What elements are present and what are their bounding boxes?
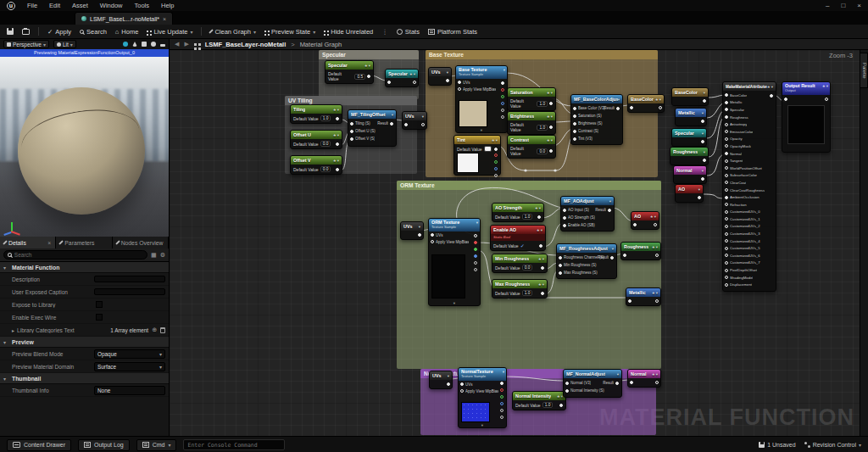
pin-normal[interactable]: Normal [723,150,776,158]
pin-enable-ao-sb-[interactable]: Enable AO (SB) [561,221,614,229]
pin-dot[interactable] [501,95,504,98]
node-mf-basecoloradjust[interactable]: MF_BaseColorAdjust▾ Result Base Color (V… [570,94,623,145]
star-icon[interactable]: ★ [535,206,538,210]
pin-min-roughness-s-[interactable]: Min Roughness (S) [557,261,616,269]
thumbnail-info-dropdown[interactable]: None [94,386,165,395]
preview-material-domain-dropdown[interactable]: Surface▾ [94,362,165,371]
node-reroute-usage-roughness[interactable]: Roughness▾ [670,147,709,165]
pin-customizeduvs-2[interactable]: CustomizedUVs_2 [723,223,776,231]
output-pin[interactable] [418,233,421,237]
chevron-down-icon[interactable]: ▾ [541,228,542,232]
pin-dot[interactable] [725,239,728,243]
pin-dot[interactable] [573,137,576,141]
unsaved-indicator[interactable]: 1 Unsaved [759,442,795,448]
chevron-down-icon[interactable]: ▾ [542,282,544,287]
chevron-down-icon[interactable]: ▾ [337,133,339,137]
pin-r[interactable] [491,152,499,159]
pin-clearcoat[interactable]: ClearCoat [723,179,776,187]
pin-dot[interactable] [563,209,566,212]
chevron-down-icon[interactable]: ▾ [503,370,504,374]
pin-dot[interactable] [725,130,728,133]
pin-rgba[interactable] [497,414,505,421]
output-pin[interactable] [701,177,704,181]
pin-dot[interactable] [725,276,728,279]
pin-pixeldepthoffset[interactable]: PixelDepthOffset [723,266,776,274]
tab-nodes-overview[interactable]: Nodes Overview [113,237,169,248]
menu-item[interactable]: Edit [49,2,60,9]
pin-dot[interactable] [501,102,504,105]
node-reroute-declaration-normal[interactable]: Normal★▾ [627,369,661,388]
output-pin[interactable] [655,254,659,257]
pin-specular[interactable]: Specular [723,106,776,114]
star-icon[interactable]: ★ [547,91,550,95]
star-icon[interactable]: ★ [333,108,337,112]
pin-ambientocclusion[interactable]: AmbientOcclusion [723,193,776,201]
pin-dot[interactable] [725,174,728,177]
star-icon[interactable]: ★ [652,291,655,295]
home-button[interactable]: ⌂Home [115,28,139,36]
chevron-down-icon[interactable]: ▾ [539,206,541,210]
pin-tangent[interactable]: Tangent [723,157,776,165]
node-reroute-usage-specular[interactable]: Specular▾ [671,128,707,147]
star-icon[interactable]: ★ [655,98,659,102]
chevron-down-icon[interactable]: ▾ [551,114,553,119]
user-exposed-caption-field[interactable] [94,288,165,295]
pin-dot[interactable] [725,283,728,287]
node-input-ao-strength[interactable]: AO Strength★▾ Default Value1.0 [492,203,544,222]
output-pin[interactable] [659,106,662,109]
pin-displacement[interactable]: Displacement [723,281,776,288]
output-pin[interactable] [655,381,659,384]
cmd-dropdown[interactable]: Cmd▾ [136,439,177,451]
pin-subsurfacecolor[interactable]: SubsurfaceColor [723,172,776,180]
node-input-max-roughness[interactable]: Max Roughness★▾ Default Value1.0 [492,279,548,299]
output-pin[interactable] [447,382,450,386]
star-icon[interactable]: ★ [652,372,655,377]
pin-g[interactable] [498,93,506,100]
menu-item[interactable]: File [27,2,37,9]
pin-result[interactable]: Result [596,254,615,261]
chevron-down-icon[interactable]: ▾ [618,98,620,102]
overflow-menu-icon[interactable]: ⋮ [381,28,388,36]
pin-tint-v3-[interactable]: Tint (V3) [571,135,622,142]
star-icon[interactable]: ★ [557,394,560,399]
pin-customizeduvs-0[interactable]: CustomizedUVs_0 [723,209,776,216]
gear-icon[interactable]: ⚙ [160,252,165,259]
output-pin[interactable] [539,244,542,248]
pin-g[interactable] [491,159,499,165]
chevron-down-icon[interactable]: ▾ [459,423,506,427]
node-texture-sample-orm[interactable]: ORM TextureTexture Sample▾ UVs Apply Vie… [428,218,481,306]
viewport-scene[interactable] [0,57,169,237]
node-reroute-declaration-specular[interactable]: Specular★▾ [385,69,419,87]
input-pin[interactable] [404,123,408,126]
browse-icon[interactable] [22,29,30,35]
node-reroute-usage-basecolor[interactable]: BaseColor▾ [671,87,709,106]
description-field[interactable] [94,276,165,282]
color-swatch[interactable] [484,146,492,152]
node-input-min-roughness[interactable]: Min Roughness★▾ Default Value0.0 [492,254,548,273]
lit-dropdown[interactable]: Lit ▾ [53,40,76,48]
pin-dot[interactable] [474,254,477,258]
chevron-down-icon[interactable]: ▾ [337,108,339,112]
platform-stats-button[interactable]: Platform Stats [428,28,477,36]
chevron-down-icon[interactable]: ▾ [476,220,478,225]
chevron-down-icon[interactable]: ▾ [617,372,619,377]
chevron-down-icon[interactable]: ▾ [392,113,393,117]
breadcrumb-root[interactable]: LSMF_BaseLayer-noMetall [205,41,286,48]
pin-dot[interactable] [563,216,566,220]
preview-plane-icon[interactable] [160,44,165,47]
pin-dot[interactable] [500,409,504,412]
pin-dot[interactable] [500,416,504,419]
pin-g[interactable] [470,246,479,253]
node-input-enable-ao[interactable]: Enable AO★▾ Static Bool Default Value✓ [490,225,546,251]
node-input-contrast[interactable]: Contrast★▾ Default Value0.0 [507,135,556,159]
forward-icon[interactable]: ▶ [184,41,188,47]
pin-dot[interactable] [725,217,728,220]
node-output-result[interactable]: Output ResultOutput★▾ [782,81,831,153]
pin-anisotropy[interactable]: Anisotropy [723,120,776,128]
pin-a[interactable] [491,172,499,179]
output-pin[interactable] [703,99,706,103]
details-search[interactable] [3,250,147,259]
maximize-button[interactable]: □ [841,2,845,9]
chevron-down-icon[interactable]: ▾ [702,131,704,136]
pin-saturation-s-[interactable]: Saturation (S) [571,112,622,120]
